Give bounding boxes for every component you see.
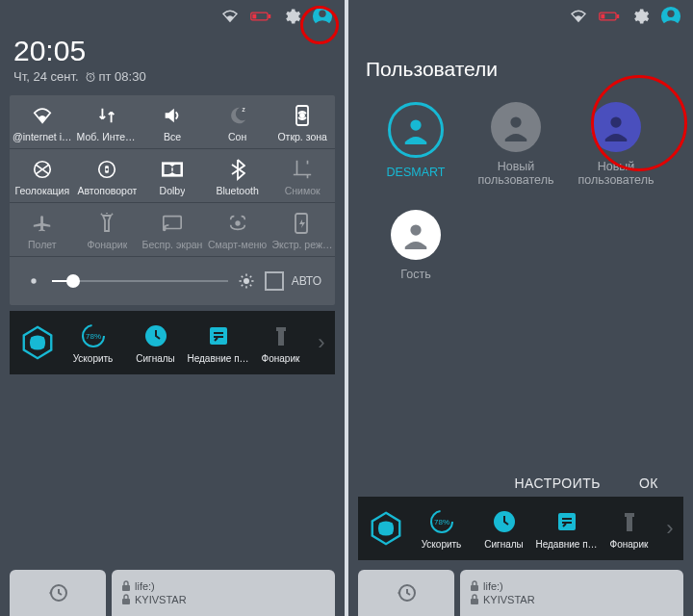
brightness-row: АВТО [10, 257, 335, 305]
qs-tile-smart[interactable]: Смарт-меню [205, 203, 270, 256]
qs-tile-sleep[interactable]: zСон [205, 95, 270, 148]
statusbar [348, 0, 693, 31]
qs-label: Экстр. режим [271, 239, 333, 250]
brightness-slider[interactable] [52, 280, 228, 282]
data-icon [96, 105, 117, 126]
qs-tile-rotate[interactable]: Автоповорот [75, 149, 141, 202]
sim-card[interactable]: life:)KYIVSTAR [460, 570, 683, 616]
user-cell[interactable]: Гость [366, 210, 466, 281]
qs-tile-torch[interactable]: Фонарик [75, 203, 141, 256]
hotspot-icon [292, 105, 313, 126]
svg-rect-26 [278, 331, 284, 346]
qs-tile-data[interactable]: Моб. Интернет [75, 95, 141, 148]
avatar [388, 102, 444, 158]
dock-item[interactable]: 78%Ускорить [62, 322, 124, 364]
geo-icon [32, 159, 53, 180]
auto-brightness-checkbox[interactable] [265, 271, 284, 291]
dock-item[interactable]: Недавние п… [187, 322, 249, 364]
dock-icon: 78% [428, 508, 455, 535]
svg-point-35 [410, 119, 421, 130]
user-icon[interactable] [312, 6, 333, 27]
qs-label: Фонарик [88, 239, 128, 250]
qs-tile-hotspot[interactable]: Откр. зона [270, 95, 335, 148]
qs-tile-bt[interactable]: Bluetooth [205, 149, 270, 202]
sun-low-icon [23, 270, 44, 292]
dock-item[interactable]: Фонарик [598, 508, 660, 550]
clock-date: Чт, 24 сент. [13, 69, 79, 84]
dock-icon [616, 508, 643, 535]
svg-rect-47 [471, 585, 478, 591]
dock-icon [205, 322, 232, 349]
dock-item[interactable]: 78%Ускорить [410, 508, 473, 550]
quick-settings: @internet i…Моб. ИнтернетВсеzСонОткр. зо… [10, 95, 335, 305]
svg-rect-28 [122, 585, 130, 591]
dock-bar: 78%УскоритьСигналыНедавние п…Фонарик› [358, 497, 683, 560]
dock-item[interactable]: Недавние п… [535, 508, 598, 550]
svg-point-34 [667, 11, 674, 17]
svg-rect-1 [269, 14, 270, 18]
ok-button[interactable]: ОК [639, 475, 658, 491]
qs-tile-geo[interactable]: Геолокация [10, 149, 75, 202]
history-card[interactable] [10, 570, 106, 616]
qs-label: Снимок [285, 185, 321, 196]
qs-tile-power[interactable]: Экстр. режим [270, 203, 335, 256]
qs-label: Сон [228, 131, 246, 142]
qs-label: Смарт-меню [208, 239, 267, 250]
qs-tile-cast[interactable]: Беспр. экран [140, 203, 205, 256]
dock-label: Ускорить [73, 353, 114, 364]
dock-logo[interactable] [362, 510, 410, 547]
clock-time: 20:05 [13, 35, 331, 67]
qs-label: Беспр. экран [142, 239, 203, 250]
sun-high-icon [236, 270, 257, 292]
qs-tile-volume[interactable]: Все [140, 95, 205, 148]
sim-card[interactable]: life:)KYIVSTAR [112, 570, 335, 616]
qs-tile-dolby[interactable]: Dolby [140, 149, 205, 202]
user-cell[interactable]: Новый пользователь [566, 102, 666, 187]
svg-point-4 [319, 11, 325, 17]
dock-item[interactable]: Фонарик [249, 322, 312, 364]
user-cell[interactable]: DESMART [366, 102, 466, 187]
svg-point-36 [510, 116, 521, 127]
right-phone: Пользователи DESMARTНовый пользовательНо… [348, 0, 693, 616]
volume-icon [162, 105, 183, 126]
avatar [491, 102, 541, 152]
svg-rect-44 [625, 513, 634, 517]
chevron-right-icon[interactable]: › [660, 516, 680, 541]
battery-icon [599, 6, 620, 27]
dock-logo[interactable] [13, 324, 62, 361]
qs-label: Bluetooth [216, 185, 258, 196]
svg-rect-48 [471, 599, 478, 604]
clock-block: 20:05 Чт, 24 сент. пт 08:30 [0, 31, 345, 90]
bt-icon [227, 159, 248, 180]
qs-label: Полет [28, 239, 57, 250]
dolby-icon [162, 159, 183, 180]
dock-item[interactable]: Сигналы [124, 322, 187, 364]
dock-icon [268, 322, 295, 349]
configure-button[interactable]: НАСТРОИТЬ [514, 475, 601, 491]
qs-label: Моб. Интернет [77, 131, 139, 142]
history-card[interactable] [358, 570, 454, 616]
dock-bar: 78%УскоритьСигналыНедавние п…Фонарик› [10, 311, 335, 374]
dock-label: Сигналы [484, 539, 524, 550]
user-icon[interactable] [660, 6, 681, 27]
gear-icon[interactable] [281, 6, 302, 27]
qs-tile-wifi[interactable]: @internet i… [10, 95, 75, 148]
dock-label: Недавние п… [187, 353, 248, 364]
user-name: DESMART [387, 166, 446, 179]
dock-label: Ускорить [422, 539, 462, 550]
svg-rect-2 [252, 14, 256, 19]
dock-icon [142, 322, 169, 349]
smart-icon [227, 213, 248, 234]
svg-point-16 [236, 221, 240, 225]
avatar [391, 210, 441, 260]
page-title: Пользователи [348, 31, 693, 96]
user-cell[interactable]: Новый пользователь [466, 102, 566, 187]
users-grid: DESMARTНовый пользовательНовый пользоват… [348, 96, 693, 281]
qs-tile-snip[interactable]: Снимок [270, 149, 335, 202]
qs-tile-plane[interactable]: Полет [10, 203, 75, 256]
snip-icon [292, 159, 313, 180]
chevron-right-icon[interactable]: › [312, 330, 331, 355]
gear-icon[interactable] [629, 6, 651, 27]
dock-label: Недавние п… [535, 539, 597, 550]
dock-item[interactable]: Сигналы [473, 508, 535, 550]
